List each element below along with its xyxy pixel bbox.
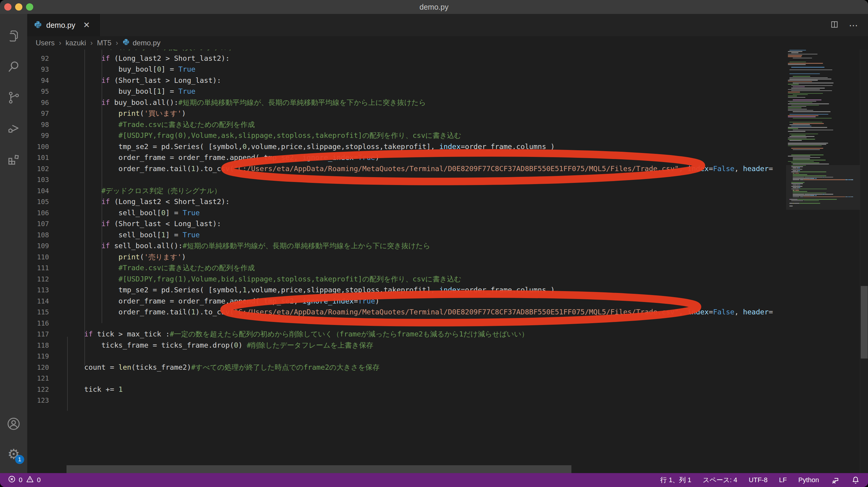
breadcrumb-segment-mt5[interactable]: MT5	[97, 39, 112, 47]
line-number: 97	[27, 108, 49, 119]
breadcrumb-file[interactable]: demo.py	[122, 38, 160, 48]
line-number: 99	[27, 130, 49, 141]
minimap-line	[805, 201, 819, 201]
minimap-line	[793, 178, 810, 179]
code-line: order_frame.tail(1).to_csv("C:/Users/eta…	[67, 307, 773, 318]
minimap-line	[788, 106, 806, 107]
code-editor[interactable]: 9192939495969798991001011021031041051061…	[27, 50, 868, 473]
minimap-line	[788, 92, 800, 92]
minimap-line	[788, 127, 827, 128]
minimap-line	[791, 165, 806, 166]
minimap-line	[810, 195, 815, 196]
sidebar-item-source-control[interactable]	[5, 90, 22, 106]
line-number: 95	[27, 86, 49, 97]
breadcrumb-segment-kazuki[interactable]: kazuki	[66, 39, 86, 47]
language-mode[interactable]: Python	[799, 476, 819, 484]
minimap-line	[791, 148, 824, 149]
breadcrumb-file-label: demo.py	[133, 39, 160, 47]
code-line: print('買います')	[67, 108, 186, 119]
more-actions-icon[interactable]: ⋯	[849, 20, 859, 31]
tab-bar: demo.py ✕ ⋯	[27, 14, 868, 36]
minimap-line	[792, 189, 799, 189]
code-line: if (Long_last2 > Short_last2):	[67, 53, 230, 64]
minimap-line	[848, 196, 850, 197]
minimap[interactable]	[786, 50, 860, 473]
code-line: if buy_bool.all():#短期の単純移動平均線が、長期の単純移動平均…	[67, 97, 426, 108]
minimap-line	[788, 115, 818, 116]
problems-errors[interactable]: 0	[8, 475, 22, 485]
account-icon	[6, 416, 22, 433]
breadcrumb-segment-users[interactable]: Users	[36, 39, 55, 47]
encoding[interactable]: UTF-8	[749, 476, 767, 484]
sidebar-item-run-debug[interactable]	[5, 121, 22, 137]
minimap-line	[851, 196, 854, 197]
indentation[interactable]: スペース: 4	[703, 476, 737, 485]
chevron-right-icon: ›	[116, 39, 118, 47]
feedback-icon[interactable]	[831, 476, 840, 485]
minimap-line	[815, 178, 816, 179]
split-editor-icon[interactable]	[830, 20, 839, 30]
account-button[interactable]	[5, 416, 22, 433]
minimap-line	[791, 88, 825, 89]
horizontal-scrollbar-thumb[interactable]	[66, 465, 571, 473]
minimap-line	[792, 169, 802, 170]
minimap-line	[791, 126, 812, 127]
line-number: 94	[27, 75, 49, 86]
line-number: 102	[27, 163, 49, 175]
sidebar-item-search[interactable]	[5, 59, 22, 75]
minimap-line	[791, 52, 799, 53]
problems-warnings[interactable]: 0	[26, 475, 40, 485]
horizontal-scrollbar[interactable]	[27, 465, 833, 473]
minimap-line	[791, 135, 806, 136]
minimap-line	[789, 73, 819, 74]
line-number: 106	[27, 207, 49, 219]
line-number: 115	[27, 307, 49, 318]
minimap-line	[793, 196, 799, 197]
minimap-line	[788, 81, 812, 82]
line-number: 103	[27, 174, 49, 185]
tab-close-icon[interactable]: ✕	[83, 20, 90, 30]
code-line: #[USDJPY,frag(1),Volume,bid,slippage,sto…	[67, 274, 461, 285]
vertical-scrollbar-thumb[interactable]	[861, 286, 868, 359]
minimap-line	[789, 62, 806, 63]
minimap-line	[791, 162, 819, 163]
line-number: 111	[27, 263, 49, 274]
minimap-line	[789, 133, 818, 134]
sidebar-item-extensions[interactable]	[5, 152, 22, 168]
minimap-line	[823, 194, 825, 195]
search-icon	[6, 59, 21, 75]
cursor-position[interactable]: 行 1、列 1	[660, 476, 691, 485]
minimap-line	[846, 179, 848, 180]
code-line: if (Short_last < Long_last):	[67, 218, 221, 230]
minimap-line	[799, 185, 800, 186]
minimap-line	[788, 161, 814, 162]
code-line: order_frame.tail(1).to_csv("C:/Users/eta…	[67, 163, 773, 175]
minimap-line	[789, 122, 823, 123]
notifications-bell-icon[interactable]	[851, 476, 860, 485]
vertical-scrollbar[interactable]	[860, 50, 868, 473]
python-file-icon	[122, 38, 130, 48]
line-number: 98	[27, 119, 49, 130]
run-debug-icon	[6, 121, 21, 137]
minimap-line	[846, 196, 848, 197]
line-number: 91	[27, 50, 49, 53]
status-bar: 0 0 行 1、列 1 スペース: 4 UTF-8 LF Python	[0, 473, 868, 487]
minimap-line	[793, 157, 820, 158]
minimap-line	[798, 170, 800, 171]
tab-demo-py[interactable]: demo.py ✕	[27, 14, 100, 36]
line-number: 113	[27, 284, 49, 296]
minimap-line	[789, 124, 810, 125]
line-number: 119	[27, 351, 49, 362]
minimap-line	[793, 174, 807, 175]
minimap-line	[788, 109, 807, 110]
minimap-line	[790, 199, 798, 200]
eol-sequence[interactable]: LF	[779, 476, 787, 484]
minimap-line	[793, 111, 831, 112]
sidebar-item-explorer[interactable]	[5, 28, 22, 45]
minimap-line	[788, 54, 817, 55]
line-number: 122	[27, 384, 49, 395]
settings-button[interactable]: ⚙ 1	[5, 446, 22, 462]
minimap-line	[823, 177, 825, 178]
line-number: 108	[27, 230, 49, 241]
minimap-line	[805, 194, 823, 195]
